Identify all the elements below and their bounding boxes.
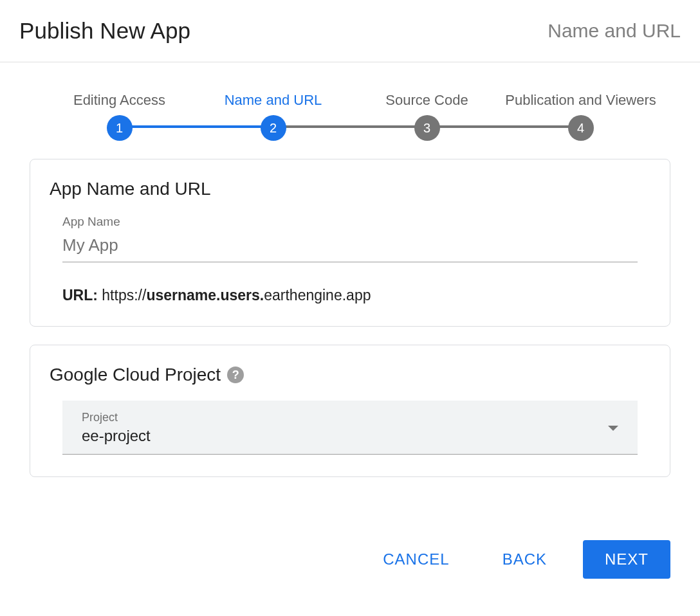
step-label: Publication and Viewers [505,92,656,109]
step-circle: 2 [261,115,286,141]
card-app-name-url: App Name and URL App Name URL: https://u… [30,159,670,327]
app-name-input[interactable] [62,233,638,262]
stepper-connector [119,125,273,128]
project-select-value: ee-project [82,427,151,445]
card-google-cloud-project: Google Cloud Project ? Project ee-projec… [30,345,670,477]
card-title: App Name and URL [50,179,211,199]
url-suffix: earthengine.app [264,287,371,303]
project-select-label: Project [82,411,151,424]
dialog-content: Editing Access 1 Name and URL 2 Source C… [0,62,700,508]
next-button[interactable]: NEXT [583,540,670,579]
dialog-header: Publish New App Name and URL [0,0,700,62]
step-editing-access[interactable]: Editing Access 1 [42,92,196,141]
dropdown-icon [608,426,618,431]
cancel-button[interactable]: CANCEL [366,540,466,579]
back-button[interactable]: BACK [486,540,564,579]
stepper-connector [427,125,581,128]
step-circle: 1 [107,115,133,141]
stepper-connector [273,125,427,128]
step-circle: 3 [414,115,440,141]
project-select[interactable]: Project ee-project [62,401,638,455]
url-prefix: https:// [102,287,146,303]
dialog-step-name: Name and URL [548,20,681,42]
step-publication-viewers[interactable]: Publication and Viewers 4 [504,92,658,141]
step-label: Source Code [385,92,468,109]
dialog-actions: CANCEL BACK NEXT [0,508,700,579]
card-title: Google Cloud Project [50,365,221,385]
step-name-url[interactable]: Name and URL 2 [196,92,350,141]
dialog-title: Publish New App [19,18,190,44]
url-label: URL: [62,287,98,303]
step-source-code[interactable]: Source Code 3 [350,92,504,141]
app-name-label: App Name [62,215,638,229]
help-icon[interactable]: ? [227,367,244,383]
url-display: URL: https://username.users.earthengine.… [62,287,638,304]
step-label: Name and URL [225,92,322,109]
step-label: Editing Access [73,92,165,109]
stepper: Editing Access 1 Name and URL 2 Source C… [30,92,670,141]
step-circle: 4 [568,115,594,141]
url-username: username.users. [146,287,264,303]
